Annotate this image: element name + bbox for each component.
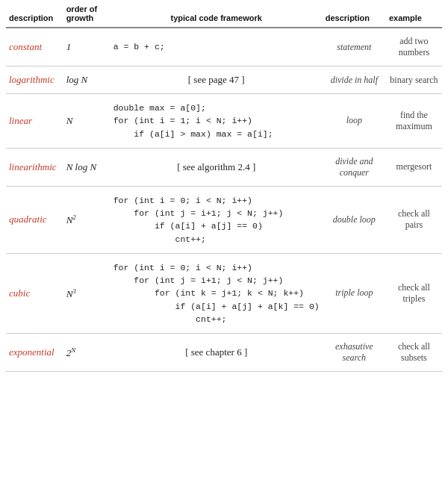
row-order: N2 — [63, 186, 111, 253]
row-description: constant — [6, 28, 63, 66]
row-description: quadratic — [6, 186, 63, 253]
header-order-of-growth: order of growth — [63, 0, 111, 28]
row-code: a = b + c; — [111, 28, 323, 66]
header-description: description — [6, 0, 63, 28]
row-code: [ see page 47 ] — [111, 66, 323, 94]
row-order: log N — [63, 66, 111, 94]
row-example: check all triples — [386, 253, 442, 333]
row-example: mergesort — [386, 148, 442, 186]
row-code: for (int i = 0; i < N; i++) for (int j =… — [111, 253, 323, 333]
row-description: linear — [6, 94, 63, 149]
table-row: quadraticN2for (int i = 0; i < N; i++) f… — [6, 186, 442, 253]
row-description2: statement — [323, 28, 386, 66]
header-typical-code: typical code framework — [111, 0, 323, 28]
row-description2: divide in half — [323, 66, 386, 94]
table-row: exponential2N[ see chapter 6 ]exhasutive… — [6, 334, 442, 372]
row-code: for (int i = 0; i < N; i++) for (int j =… — [111, 186, 323, 253]
row-order: N — [63, 94, 111, 149]
main-table-container: description order of growth typical code… — [0, 0, 448, 372]
row-code: [ see algorithm 2.4 ] — [111, 148, 323, 186]
row-description2: loop — [323, 94, 386, 149]
row-order: N3 — [63, 253, 111, 333]
row-order: 2N — [63, 334, 111, 372]
row-code: double max = a[0]; for (int i = 1; i < N… — [111, 94, 323, 149]
row-example: check all pairs — [386, 186, 442, 253]
table-row: linearNdouble max = a[0]; for (int i = 1… — [6, 94, 442, 149]
row-example: binary search — [386, 66, 442, 94]
row-description: exponential — [6, 334, 63, 372]
table-row: cubicN3for (int i = 0; i < N; i++) for (… — [6, 253, 442, 333]
row-example: find the maximum — [386, 94, 442, 149]
row-order: 1 — [63, 28, 111, 66]
header-example: example — [386, 0, 442, 28]
row-example: add two numbers — [386, 28, 442, 66]
row-description2: exhasutive search — [323, 334, 386, 372]
row-example: check all subsets — [386, 334, 442, 372]
row-description: linearithmic — [6, 148, 63, 186]
row-description2: divide and conquer — [323, 148, 386, 186]
header-description2: description — [323, 0, 386, 28]
row-description: logarithmic — [6, 66, 63, 94]
table-row: logarithmiclog N[ see page 47 ]divide in… — [6, 66, 442, 94]
table-row: linearithmicN log N[ see algorithm 2.4 ]… — [6, 148, 442, 186]
row-code: [ see chapter 6 ] — [111, 334, 323, 372]
complexity-table: description order of growth typical code… — [6, 0, 442, 372]
row-description2: double loop — [323, 186, 386, 253]
row-order: N log N — [63, 148, 111, 186]
table-body: constant1a = b + c;statementadd two numb… — [6, 28, 442, 372]
row-description: cubic — [6, 253, 63, 333]
row-description2: triple loop — [323, 253, 386, 333]
table-row: constant1a = b + c;statementadd two numb… — [6, 28, 442, 66]
table-header: description order of growth typical code… — [6, 0, 442, 28]
